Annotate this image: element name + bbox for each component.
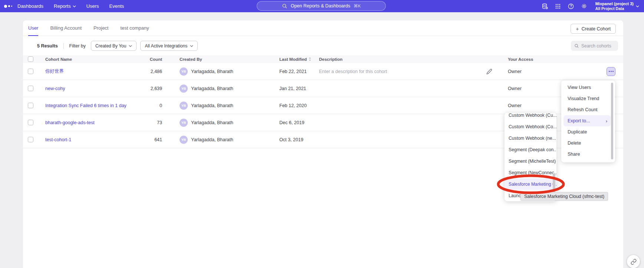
access-value: Owner [508,69,605,74]
created-by-filter-dropdown[interactable]: Created By You [91,41,137,51]
row-checkbox[interactable] [28,86,33,91]
nav-item-label: Reports [54,3,71,9]
nav-right-group: Mixpanel (project 3) All Project Data [542,0,644,12]
avatar: YB [180,136,188,144]
description-field[interactable]: Enter a description for this cohort [319,69,485,74]
header-cohort-name[interactable]: Cohort Name [40,57,138,62]
menu-item-share[interactable]: Share [561,149,615,160]
dots-icon [609,71,610,72]
nav-item-users[interactable]: Users [86,3,99,9]
last-modified-date: Dec 6, 2019 [279,120,319,125]
created-by-filter-label: Created By You [95,43,126,49]
submenu-item-custom-webhook-3[interactable]: Custom Webhook (ne... [505,132,556,144]
header-last-modified[interactable]: Last Modified [279,57,307,62]
tooltip-text: Salesforce Marketing Cloud (sfmc-test) [524,194,604,199]
create-cohort-button[interactable]: + Create Cohort [571,24,616,34]
chevron-down-icon [190,45,193,47]
help-icon [568,3,574,10]
edit-description-button[interactable] [486,69,492,75]
cohort-count: 0 [138,103,162,108]
gear-icon [581,3,587,9]
tab-test-company[interactable]: test company [120,20,149,36]
row-checkbox[interactable] [28,69,33,74]
settings-button[interactable] [581,3,587,9]
cohort-tabs: User Billing Account Project test compan… [23,20,623,36]
header-description[interactable]: Description [319,57,485,62]
link-icon [631,259,637,265]
integrations-filter-label: All Active Integrations [145,43,187,49]
submenu-item-segment-1[interactable]: Segment (Deepak con... [505,144,556,155]
search-cohorts-input[interactable] [581,43,615,49]
results-count: 5 Results [37,43,58,49]
submenu-item-segment-2[interactable]: Segment (MichelleTest) [505,155,556,167]
submenu-item-custom-webhook-2[interactable]: Custom Webhook (Co... [505,121,556,132]
toolbar-divider [63,43,64,49]
cohort-count: 73 [138,120,162,125]
row-actions-button[interactable] [607,67,615,76]
tab-project[interactable]: Project [93,20,108,36]
cohort-count: 2,486 [138,69,162,74]
row-checkbox[interactable] [28,137,33,142]
row-checkbox[interactable] [28,103,33,108]
submenu-item-salesforce-marketing-cloud[interactable]: Salesforce Marketing C... [505,178,556,190]
last-modified-date: Jan 21, 2021 [279,86,319,91]
help-button[interactable] [568,3,574,10]
tab-user[interactable]: User [28,20,38,36]
cohort-name-link[interactable]: 你好世界 [40,68,138,75]
cohorts-toolbar: 5 Results Filter by Created By You All A… [23,36,623,55]
submenu-item-segment-3[interactable]: Segment (NewConnec... [505,167,556,178]
project-info: Mixpanel (project 3) All Project Data [595,1,634,11]
row-checkbox[interactable] [28,120,33,125]
copy-link-button[interactable] [627,255,640,268]
nav-item-events[interactable]: Events [109,3,124,9]
submenu-item-custom-webhook-1[interactable]: Custom Webhook (Cu... [505,113,556,121]
menu-item-view-users[interactable]: View Users [561,82,615,93]
menu-item-duplicate[interactable]: Duplicate [561,126,615,138]
chevron-right-icon: › [606,118,607,124]
project-subtitle: All Project Data [595,6,634,11]
search-icon [282,3,288,9]
project-switcher[interactable]: Mixpanel (project 3) All Project Data [594,1,639,11]
filter-by-label: Filter by [69,43,86,49]
cohort-count: 641 [138,137,162,142]
created-by-name: Yarlagadda, Bharath [191,69,233,74]
apps-grid-button[interactable] [555,3,561,9]
sort-icon[interactable] [308,57,312,61]
header-count[interactable]: Count [138,57,162,62]
chevron-down-icon [129,45,132,47]
nav-item-dashboards[interactable]: Dashboards [17,3,43,9]
data-management-button[interactable] [542,3,548,10]
project-name: Mixpanel (project 3) [595,1,634,6]
menu-item-delete[interactable]: Delete [561,138,615,149]
apps-grid-icon [555,3,561,9]
menu-item-export-to[interactable]: Export to... › [564,115,611,126]
select-all-checkbox[interactable] [28,56,33,62]
global-search-label: Open Reports & Dashboards [291,3,351,9]
created-by-name: Yarlagadda, Bharath [191,120,233,125]
cohort-name-link[interactable]: new-cohy [40,86,138,91]
menu-item-refresh-count[interactable]: Refresh Count [561,104,615,115]
integrations-filter-dropdown[interactable]: All Active Integrations [140,41,198,51]
search-cohorts-box [571,41,618,51]
cohort-name-link[interactable]: Integration Sync Failed 6 times in 1 day [40,103,138,108]
database-gear-icon [542,3,548,10]
created-by-name: Yarlagadda, Bharath [191,103,233,108]
last-modified-date: Feb 12, 2020 [279,103,319,108]
integration-tooltip: Salesforce Marketing Cloud (sfmc-test) [520,192,608,201]
avatar: YB [180,85,188,93]
mixpanel-logo-icon [0,5,17,8]
export-to-label: Export to... [568,118,590,123]
avatar: YB [180,102,188,110]
header-created-by[interactable]: Created By [180,57,279,62]
header-your-access[interactable]: Your Access [508,57,605,62]
cohort-name-link[interactable]: test-cohort-1 [40,137,138,142]
tab-billing-account[interactable]: Billing Account [50,20,82,36]
menu-item-visualize-trend[interactable]: Visualize Trend [561,93,615,104]
search-icon [574,43,579,49]
last-modified-date: Oct 3, 2019 [279,137,319,142]
global-search-bar[interactable]: Open Reports & Dashboards ⌘K [257,1,386,11]
table-row: new-cohy 2,639 YB Yarlagadda, Bharath Ja… [23,80,623,97]
nav-item-reports[interactable]: Reports [54,3,76,9]
context-menu-scrollbar[interactable] [611,83,613,159]
cohort-name-link[interactable]: bharath-google-ads-test [40,120,138,125]
